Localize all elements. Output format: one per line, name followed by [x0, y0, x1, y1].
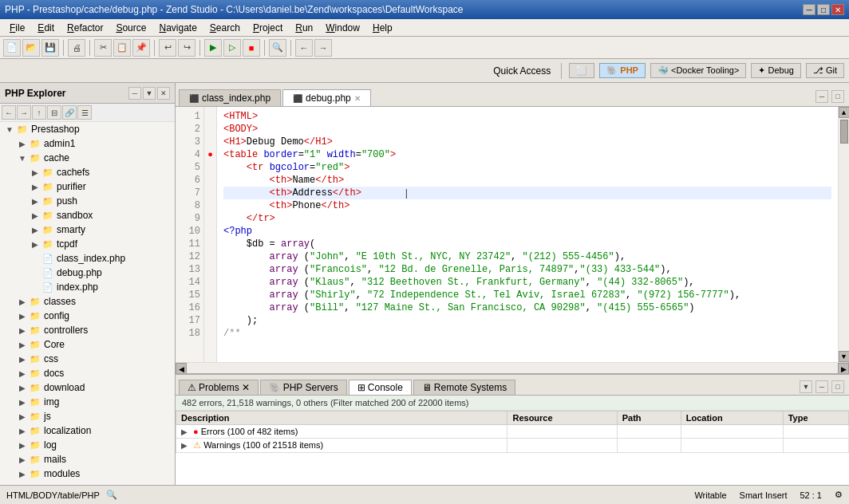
- maximize-button[interactable]: □: [817, 4, 830, 15]
- undo-button[interactable]: ↩: [159, 39, 176, 57]
- tree-admin1[interactable]: ▶ 📁 admin1: [0, 136, 175, 151]
- scroll-down[interactable]: ▼: [839, 351, 850, 362]
- h-scroll-left[interactable]: ◀: [176, 363, 187, 374]
- minimize-button[interactable]: ─: [803, 4, 815, 15]
- print-button[interactable]: 🖨: [68, 39, 85, 57]
- tab-debug-php[interactable]: ⬛ debug.php ✕: [282, 89, 371, 106]
- tree-tcpdf[interactable]: ▶ 📁 tcpdf: [0, 237, 175, 251]
- expand-icon[interactable]: ▶: [16, 312, 29, 321]
- tree-cachefs[interactable]: ▶ 📁 cachefs: [0, 165, 175, 179]
- tree-classes[interactable]: ▶ 📁 classes: [0, 294, 175, 309]
- tab-problems[interactable]: ⚠ Problems ✕: [179, 380, 259, 395]
- editor-minimize[interactable]: ─: [815, 90, 828, 103]
- tree-purifier[interactable]: ▶ 📁 purifier: [0, 179, 175, 194]
- menu-source[interactable]: Source: [109, 21, 152, 35]
- scroll-thumb[interactable]: [840, 120, 848, 144]
- menu-file[interactable]: File: [3, 21, 31, 35]
- bottom-panel-minimize[interactable]: ─: [815, 380, 828, 393]
- tree-controllers[interactable]: ▶ 📁 controllers: [0, 323, 175, 337]
- tab-remote-systems[interactable]: 🖥 Remote Systems: [413, 380, 515, 395]
- expand-icon[interactable]: ▶: [16, 441, 29, 450]
- editor-maximize[interactable]: □: [831, 90, 844, 103]
- expand-icon[interactable]: ▶: [16, 470, 29, 478]
- bottom-panel-maximize[interactable]: □: [831, 380, 844, 393]
- expand-icon[interactable]: ▶: [29, 226, 41, 234]
- sidebar-menu[interactable]: ☰: [77, 105, 92, 120]
- menu-run[interactable]: Run: [289, 21, 319, 35]
- expand-icon[interactable]: ▶: [29, 183, 41, 191]
- scroll-up[interactable]: ▲: [839, 107, 850, 118]
- stop-button[interactable]: ■: [243, 39, 260, 57]
- tree-docs[interactable]: ▶ 📁 docs: [0, 366, 175, 380]
- expand-icon[interactable]: ▶: [29, 197, 41, 206]
- debug-button[interactable]: ✦ Debug: [751, 63, 800, 78]
- tab-class-index[interactable]: ⬛ class_index.php: [179, 89, 281, 106]
- tree-download[interactable]: ▶ 📁 download: [0, 380, 175, 395]
- tree-log[interactable]: ▶ 📁 log: [0, 438, 175, 452]
- menu-edit[interactable]: Edit: [31, 21, 61, 35]
- menu-window[interactable]: Window: [319, 21, 366, 35]
- h-scroll-right[interactable]: ▶: [838, 363, 849, 374]
- expand-icon[interactable]: ▼: [16, 154, 29, 163]
- tree-js[interactable]: ▶ 📁 js: [0, 409, 175, 423]
- git-button[interactable]: ⎇ Git: [806, 63, 844, 78]
- expand-icon[interactable]: ▶: [16, 384, 29, 392]
- code-content[interactable]: <HTML> <BODY> <H1>Debug Demo</H1> <table…: [217, 107, 838, 362]
- tab-close-icon[interactable]: ✕: [242, 382, 250, 393]
- expand-icon[interactable]: ▶: [29, 211, 41, 220]
- bottom-panel-menu[interactable]: ▼: [800, 380, 812, 393]
- expand-icon[interactable]: ▶: [16, 140, 29, 148]
- expand-icon[interactable]: ▼: [3, 125, 16, 134]
- expand-icon[interactable]: ▶: [16, 412, 29, 421]
- tree-css[interactable]: ▶ 📁 css: [0, 352, 175, 366]
- tree-class-index-php[interactable]: 📄 class_index.php: [0, 251, 175, 266]
- php-button[interactable]: 🐘 PHP: [599, 63, 646, 78]
- tree-debug-php[interactable]: 📄 debug.php: [0, 266, 175, 280]
- expand-icon[interactable]: ▶: [16, 455, 29, 464]
- menu-project[interactable]: Project: [247, 21, 289, 35]
- copy-button[interactable]: 📋: [113, 39, 131, 57]
- menu-help[interactable]: Help: [366, 21, 399, 35]
- sidebar-menu-button[interactable]: ▼: [143, 87, 156, 100]
- sidebar-link[interactable]: 🔗: [62, 105, 77, 120]
- tree-cache[interactable]: ▼ 📁 cache: [0, 151, 175, 165]
- expand-icon[interactable]: ▶: [29, 240, 41, 249]
- tree-root-prestashop[interactable]: ▼ 📁 Prestashop: [0, 122, 175, 136]
- tree-smarty[interactable]: ▶ 📁 smarty: [0, 222, 175, 237]
- tab-console[interactable]: ⊞ Console: [349, 380, 412, 395]
- tree-config[interactable]: ▶ 📁 config: [0, 309, 175, 323]
- expand-icon[interactable]: ▶: [29, 168, 41, 177]
- sidebar-close-button[interactable]: ✕: [157, 87, 170, 100]
- paste-button[interactable]: 📌: [132, 39, 150, 57]
- redo-button[interactable]: ↪: [178, 39, 195, 57]
- tree-index-php[interactable]: 📄 index.php: [0, 280, 175, 294]
- h-scrollbar[interactable]: ◀ ▶: [176, 362, 849, 373]
- tree-img[interactable]: ▶ 📁 img: [0, 395, 175, 409]
- tree-push[interactable]: ▶ 📁 push: [0, 194, 175, 208]
- perspective-button[interactable]: ⬜: [569, 63, 594, 78]
- save-button[interactable]: 💾: [41, 39, 59, 57]
- tab-close-icon[interactable]: ✕: [354, 94, 361, 103]
- run-button[interactable]: ▶: [204, 39, 222, 57]
- docker-button[interactable]: 🐳 <Docker Tooling>: [650, 63, 746, 78]
- tab-php-servers[interactable]: 🐘 PHP Servers: [260, 380, 347, 395]
- forward-button[interactable]: →: [314, 39, 332, 57]
- tree-mails[interactable]: ▶ 📁 mails: [0, 452, 175, 467]
- sidebar-back[interactable]: ←: [2, 105, 16, 120]
- code-editor[interactable]: 1 2 3 4 5 6 7 8 9 10 11 12 13 14 15 16 1…: [176, 107, 849, 362]
- expand-icon[interactable]: ▶: [16, 341, 29, 349]
- expand-icon[interactable]: ▶: [16, 398, 29, 407]
- close-button[interactable]: ✕: [831, 4, 844, 15]
- settings-icon[interactable]: ⚙: [835, 490, 843, 500]
- sidebar-collapse-button[interactable]: ─: [128, 87, 141, 100]
- debug-run-button[interactable]: ▷: [223, 39, 241, 57]
- tree-core[interactable]: ▶ 📁 Core: [0, 337, 175, 352]
- sidebar-up[interactable]: ↑: [32, 105, 46, 120]
- sidebar-forward[interactable]: →: [17, 105, 31, 120]
- tree-sandbox[interactable]: ▶ 📁 sandbox: [0, 208, 175, 222]
- expand-warnings[interactable]: ▶: [181, 441, 188, 450]
- expand-icon[interactable]: ▶: [16, 427, 29, 435]
- open-button[interactable]: 📂: [22, 39, 40, 57]
- new-button[interactable]: 📄: [3, 39, 21, 57]
- cut-button[interactable]: ✂: [94, 39, 112, 57]
